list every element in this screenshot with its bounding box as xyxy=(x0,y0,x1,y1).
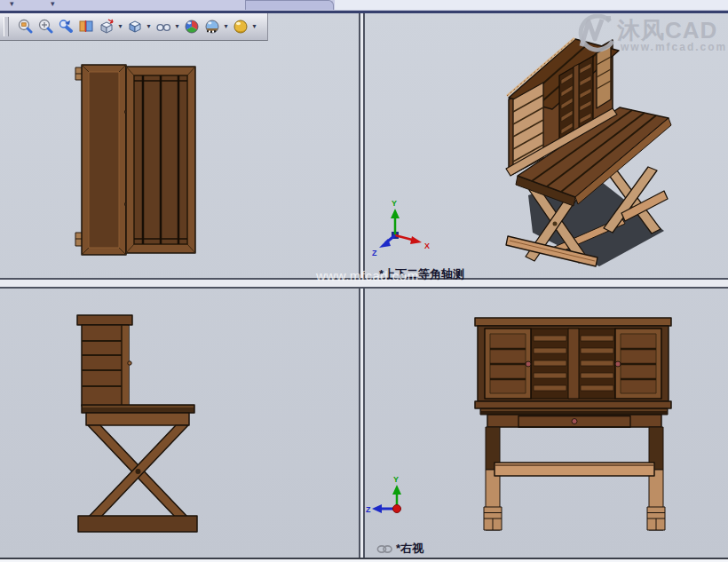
display-style-icon xyxy=(127,19,143,35)
drawer-knob xyxy=(572,419,577,424)
zoom-to-area-button[interactable] xyxy=(35,15,55,38)
axis-triad-right: Y Z xyxy=(366,475,401,514)
toolbar-grip[interactable] xyxy=(4,17,9,36)
zoom-to-fit-icon xyxy=(17,19,33,35)
previous-view-icon xyxy=(58,19,74,35)
hide-show-items-button[interactable] xyxy=(153,15,173,38)
axis-z-label: Z xyxy=(372,249,377,257)
dropdown-caret-icon[interactable]: ▾ xyxy=(145,15,153,38)
axis-y-label: Y xyxy=(392,199,397,208)
toolbar-overflow-caret-icon[interactable]: ▾ xyxy=(10,0,14,8)
right-view-label: *右视 xyxy=(376,541,423,557)
edit-appearance-button[interactable] xyxy=(181,15,202,38)
view-settings-icon xyxy=(233,19,249,35)
viewport-side-view[interactable] xyxy=(0,289,359,558)
graphics-area: Y X Z xyxy=(0,13,728,558)
toolbar-dock-strip: ▾ ▾ xyxy=(0,0,728,11)
front-view-desk xyxy=(475,318,671,530)
brand-site: www.mfcad.com xyxy=(621,41,727,53)
view-settings-button[interactable] xyxy=(230,15,250,38)
zoom-to-fit-button[interactable] xyxy=(14,15,35,38)
solidworks-window: ▾ ▾ xyxy=(0,0,728,562)
dropdown-caret-icon[interactable]: ▾ xyxy=(173,15,181,38)
center-watermark: www.mfcad.com xyxy=(316,268,419,283)
toolbar-overflow-caret-icon[interactable]: ▾ xyxy=(51,0,55,8)
brand-watermark: 沐风CAD www.mfcad.com xyxy=(571,14,726,62)
apply-scene-icon xyxy=(204,19,220,35)
previous-view-button[interactable] xyxy=(55,15,75,38)
top-view-desk xyxy=(75,65,195,255)
axis-y-label: Y xyxy=(393,475,399,484)
dropdown-caret-icon[interactable]: ▾ xyxy=(116,15,124,38)
hide-show-items-icon xyxy=(155,19,171,35)
side-view-desk xyxy=(77,315,197,532)
axis-z-label: Z xyxy=(366,505,371,514)
view-orientation-icon xyxy=(99,19,115,35)
view-toolbar: ▾ ▾ ▾ xyxy=(0,13,268,41)
section-view-button[interactable] xyxy=(75,15,96,38)
door-knob xyxy=(615,361,621,367)
axis-triad-iso: Y X Z xyxy=(372,199,430,257)
display-style-button[interactable] xyxy=(124,15,145,38)
iso-desk xyxy=(506,38,671,266)
viewport-front-view[interactable]: Y Z xyxy=(365,289,728,558)
view-orientation-button[interactable] xyxy=(96,15,116,38)
dropdown-caret-icon[interactable]: ▾ xyxy=(250,15,258,38)
docked-panel-tab[interactable] xyxy=(245,0,334,10)
axis-x-label: X xyxy=(424,241,430,250)
dock-strip-right xyxy=(335,0,728,11)
viewport-top-view[interactable] xyxy=(0,13,359,278)
edit-appearance-icon xyxy=(184,19,200,35)
door-knob xyxy=(526,361,531,367)
linked-view-icon xyxy=(376,544,393,554)
dropdown-caret-icon[interactable]: ▾ xyxy=(222,15,230,38)
mf-logo-icon xyxy=(571,14,617,55)
apply-scene-button[interactable] xyxy=(202,15,222,38)
zoom-to-area-icon xyxy=(37,19,53,35)
section-view-icon xyxy=(78,19,94,35)
